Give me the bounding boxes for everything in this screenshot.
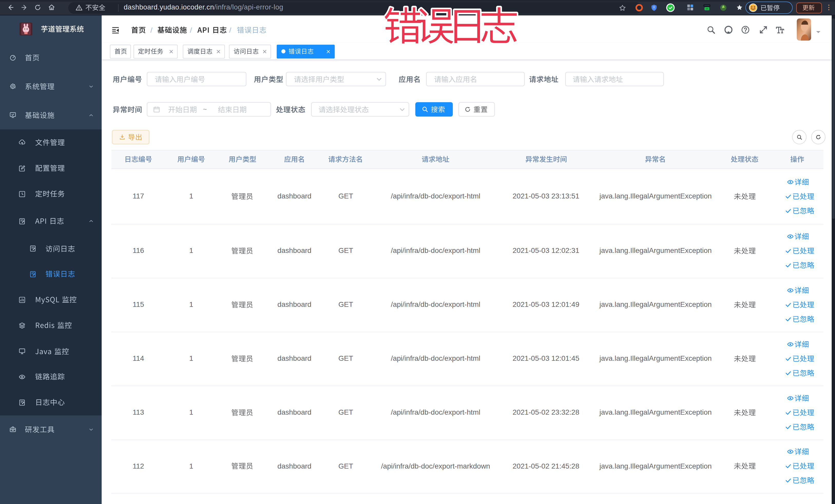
svg-text:on: on [706,7,708,10]
